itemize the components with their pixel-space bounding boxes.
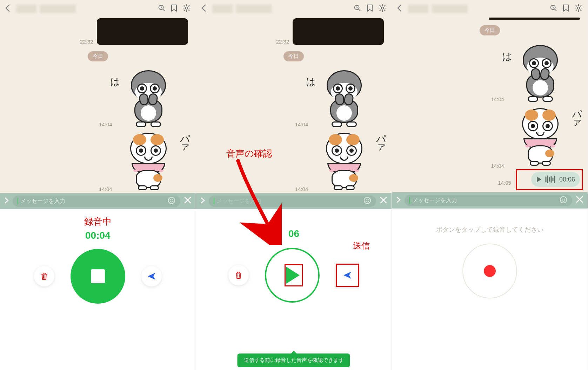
svg-point-3: [170, 199, 171, 200]
start-recording-button[interactable]: [462, 244, 517, 298]
timestamp: 14:04: [491, 163, 504, 169]
date-badge: 今日: [88, 51, 108, 61]
timestamp: 14:05: [498, 180, 511, 186]
date-badge: 今日: [283, 51, 304, 61]
stop-icon: [91, 269, 105, 283]
chat-area[interactable]: 22:32 今日 は 14:04 パァ 14:04: [196, 18, 392, 193]
timestamp: 14:04: [99, 186, 112, 192]
chat-header: [0, 0, 196, 18]
search-icon[interactable]: [550, 4, 557, 13]
cat-orange-sticker: [516, 106, 565, 166]
chat-area[interactable]: 22:32 今日 は 14:04 パァ: [0, 18, 196, 193]
voice-recorder: ボタンをタップして録音してください: [392, 209, 588, 370]
date-badge: 今日: [480, 25, 500, 35]
play-icon: [536, 176, 542, 183]
close-icon[interactable]: [380, 196, 387, 206]
message-input-bar: メッセージを入力: [196, 193, 392, 209]
chat-header: [196, 0, 392, 18]
chat-title-blurred: [16, 5, 76, 13]
send-button[interactable]: [141, 266, 162, 286]
message-input-bar: メッセージを入力: [392, 192, 588, 209]
settings-icon[interactable]: [378, 4, 387, 14]
settings-icon[interactable]: [574, 4, 583, 14]
voice-recorder: 録音中 00:04: [0, 209, 196, 370]
svg-point-14: [564, 199, 565, 200]
bookmark-icon[interactable]: [366, 4, 373, 13]
cat-grey-sticker: [516, 41, 565, 101]
svg-point-13: [562, 199, 563, 200]
svg-point-6: [381, 7, 383, 9]
search-icon[interactable]: [354, 4, 361, 13]
voice-message[interactable]: 00:06: [531, 172, 580, 187]
delete-button[interactable]: [34, 266, 54, 286]
image-message[interactable]: [97, 18, 188, 45]
expand-icon[interactable]: [4, 197, 9, 205]
waveform-icon: [545, 176, 556, 183]
svg-point-12: [560, 197, 567, 203]
panel-recording: 22:32 今日 は 14:04 パァ: [0, 0, 196, 370]
timestamp: 14:04: [295, 121, 308, 127]
sticker-message[interactable]: は: [115, 63, 182, 130]
back-icon[interactable]: [5, 4, 10, 13]
annotation-box: [285, 264, 303, 286]
stop-recording-button[interactable]: [71, 249, 125, 304]
close-icon[interactable]: [576, 196, 583, 205]
input-placeholder: メッセージを入力: [412, 197, 457, 204]
expand-icon[interactable]: [396, 196, 401, 205]
send-button[interactable]: [336, 264, 359, 287]
input-placeholder: メッセージを入力: [216, 198, 261, 205]
expand-icon[interactable]: [200, 197, 205, 205]
record-hint: ボタンをタップして録音してください: [436, 225, 543, 234]
sticker-message[interactable]: パァ: [311, 127, 377, 193]
sticker-caption: は: [110, 75, 120, 88]
cat-orange-sticker: [124, 131, 173, 190]
timestamp: 14:04: [99, 121, 112, 127]
sticker-caption: パァ: [374, 128, 387, 150]
message-input[interactable]: メッセージを入力: [13, 196, 180, 207]
panel-confirm: 22:32 今日 は 14:04 パァ 14:04 メッセージを入: [196, 0, 392, 370]
timestamp: 14:04: [295, 186, 308, 192]
annotation-send: 送信: [353, 240, 370, 251]
sticker-message[interactable]: は: [311, 63, 377, 130]
timestamp: 14:04: [491, 96, 504, 102]
image-message[interactable]: [489, 18, 580, 20]
record-icon: [484, 265, 496, 277]
back-icon[interactable]: [397, 4, 402, 13]
recording-timer: 06: [288, 228, 299, 239]
voice-recorder: 06 送信 送信する前に録音した音声を確認できます: [196, 209, 392, 370]
play-preview-button[interactable]: [265, 248, 320, 303]
emoji-icon[interactable]: [363, 197, 371, 206]
voice-duration: 00:06: [559, 176, 575, 183]
bookmark-icon[interactable]: [171, 4, 178, 13]
chat-title-blurred: [408, 5, 468, 13]
emoji-icon[interactable]: [168, 197, 175, 206]
message-input-bar: メッセージを入力: [0, 193, 196, 209]
settings-icon[interactable]: [182, 4, 191, 14]
sticker-caption: パァ: [178, 128, 192, 150]
svg-point-2: [168, 197, 174, 204]
delete-button[interactable]: [228, 265, 249, 285]
sticker-message[interactable]: パァ: [115, 127, 182, 193]
chat-header: [392, 0, 588, 18]
search-icon[interactable]: [158, 4, 166, 13]
emoji-icon[interactable]: [560, 196, 567, 205]
hint-banner: 送信する前に録音した音声を確認できます: [238, 354, 350, 367]
image-message[interactable]: [293, 18, 384, 45]
sticker-message[interactable]: は: [507, 38, 574, 105]
close-icon[interactable]: [184, 196, 192, 206]
sticker-message[interactable]: パァ: [507, 103, 574, 169]
sticker-caption: は: [502, 50, 512, 63]
timestamp: 22:32: [80, 39, 93, 45]
message-input[interactable]: メッセージを入力: [405, 195, 572, 206]
sticker-caption: パァ: [570, 103, 583, 126]
chat-area[interactable]: 今日 は 14:04 パァ 14:04: [392, 18, 588, 192]
timestamp: 22:32: [276, 39, 289, 45]
back-icon[interactable]: [201, 4, 206, 13]
annotation-confirm-audio: 音声の確認: [226, 147, 272, 160]
input-placeholder: メッセージを入力: [20, 198, 65, 205]
cat-orange-sticker: [320, 131, 369, 190]
svg-point-4: [172, 199, 173, 200]
message-input[interactable]: メッセージを入力: [209, 196, 376, 207]
svg-point-9: [368, 199, 369, 200]
bookmark-icon[interactable]: [562, 4, 569, 13]
